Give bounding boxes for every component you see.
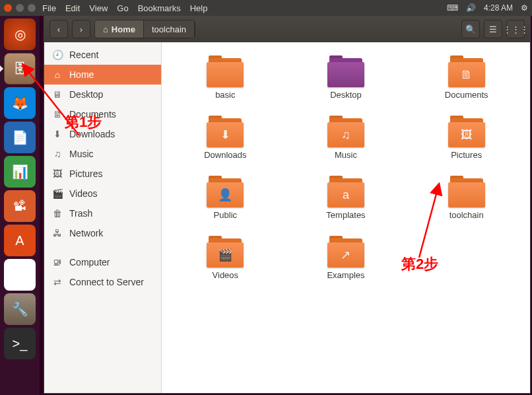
folder-templates[interactable]: aTemplates — [303, 176, 389, 223]
folder-icon: ⬇ — [207, 118, 244, 147]
menu-right: ⌨ 🔊 4:28 AM ⚙ — [447, 3, 528, 13]
keyboard-icon[interactable]: ⌨ — [447, 3, 458, 13]
launcher-software[interactable]: A — [4, 225, 36, 256]
sidebar-item-pictures[interactable]: 🖼Pictures — [44, 164, 161, 184]
folder-toolchain[interactable]: toolchain — [424, 176, 510, 223]
menu-items: FileEditViewGoBookmarksHelp — [42, 3, 207, 13]
close-button[interactable] — [4, 4, 12, 12]
menubar: FileEditViewGoBookmarksHelp ⌨ 🔊 4:28 AM … — [0, 0, 532, 16]
folder-label: Documents — [445, 90, 488, 100]
sidebar-item-label: Videos — [69, 188, 98, 199]
sidebar-item-recent[interactable]: 🕘Recent — [44, 45, 161, 65]
maximize-button[interactable] — [28, 4, 36, 12]
downloads-icon: ⬇ — [52, 129, 63, 139]
sidebar-item-documents[interactable]: 🗎Documents — [44, 104, 161, 124]
window-controls — [4, 4, 36, 12]
launcher-settings[interactable]: 🔧 — [4, 293, 36, 325]
launcher-terminal[interactable]: >_ — [4, 328, 36, 359]
launcher-dash[interactable]: ◎ — [4, 18, 36, 50]
folder-icon: 🖼 — [448, 118, 485, 147]
sidebar: 🕘Recent⌂Home🖥Desktop🗎Documents⬇Downloads… — [44, 42, 162, 393]
menu-edit[interactable]: Edit — [65, 3, 80, 13]
menu-file[interactable]: File — [42, 3, 56, 13]
sidebar-item-videos[interactable]: 🎬Videos — [44, 184, 161, 203]
content-pane[interactable]: basicDesktop🗎Documents⬇Downloads♫Music🖼P… — [162, 42, 530, 393]
folder-icon: 👤 — [207, 178, 244, 207]
path-label: Home — [112, 24, 135, 34]
software-icon: A — [15, 233, 24, 248]
sidebar-item-connect-server[interactable]: ⇄Connect to Server — [44, 272, 161, 292]
sidebar-item-label: Computer — [69, 257, 110, 268]
launcher-impress[interactable]: 📽 — [4, 190, 36, 222]
grid-view-button[interactable]: ⋮⋮⋮ — [506, 20, 525, 38]
sidebar-item-label: Home — [69, 69, 94, 80]
file-manager-body: 🕘Recent⌂Home🖥Desktop🗎Documents⬇Downloads… — [44, 42, 530, 393]
menu-view[interactable]: View — [89, 3, 108, 13]
sidebar-item-trash[interactable]: 🗑Trash — [44, 203, 161, 223]
minimize-button[interactable] — [16, 4, 24, 12]
launcher-firefox[interactable]: 🦊 — [4, 87, 36, 119]
folder-pictures[interactable]: 🖼Pictures — [424, 116, 510, 162]
recent-icon: 🕘 — [52, 50, 63, 60]
folder-label: Public — [214, 210, 237, 220]
sidebar-item-label: Downloads — [69, 129, 115, 139]
launcher-amazon[interactable]: a — [4, 259, 36, 291]
folder-downloads[interactable]: ⬇Downloads — [182, 116, 268, 162]
sidebar-item-music[interactable]: ♫Music — [44, 144, 161, 164]
folder-basic[interactable]: basic — [182, 55, 268, 102]
path-label: toolchain — [152, 24, 186, 34]
videos-icon: 🎬 — [52, 188, 63, 199]
menu-bookmarks[interactable]: Bookmarks — [138, 3, 181, 13]
sidebar-item-label: Connect to Server — [69, 277, 144, 287]
terminal-icon: >_ — [13, 336, 28, 351]
list-view-button[interactable]: ☰ — [484, 20, 502, 38]
forward-button[interactable]: › — [72, 20, 90, 38]
folder-examples[interactable]: ↗Examples — [303, 236, 389, 283]
folder-icon: 🗎 — [448, 58, 485, 87]
menu-help[interactable]: Help — [190, 3, 208, 13]
sidebar-item-downloads[interactable]: ⬇Downloads — [44, 124, 161, 144]
sidebar-item-label: Desktop — [69, 89, 103, 100]
clock[interactable]: 4:28 AM — [484, 3, 513, 13]
home-icon: ⌂ — [103, 24, 108, 34]
folder-icon — [207, 58, 244, 87]
folder-label: basic — [215, 90, 235, 100]
folder-videos[interactable]: 🎬Videos — [182, 236, 268, 283]
trash-icon: 🗑 — [52, 208, 63, 219]
menu-go[interactable]: Go — [117, 3, 128, 13]
back-button[interactable]: ‹ — [50, 20, 68, 38]
sidebar-item-label: Music — [69, 149, 94, 159]
music-icon: ♫ — [52, 149, 63, 159]
folder-label: Templates — [326, 210, 365, 220]
sidebar-item-computer[interactable]: 🖳Computer — [44, 252, 161, 272]
sidebar-item-desktop[interactable]: 🖥Desktop — [44, 85, 161, 104]
network-icon: 🖧 — [52, 228, 63, 238]
launcher-files[interactable]: 🗄 — [4, 53, 36, 85]
folder-public[interactable]: 👤Public — [182, 176, 268, 223]
impress-icon: 📽 — [13, 199, 26, 214]
path-home[interactable]: ⌂Home — [95, 20, 144, 38]
folder-icon: 🎬 — [207, 238, 244, 268]
dash-icon: ◎ — [15, 26, 26, 42]
toolbar: ‹ › ⌂Hometoolchain 🔍 ☰ ⋮⋮⋮ — [44, 16, 530, 42]
sidebar-item-label: Documents — [69, 109, 116, 120]
connect-server-icon: ⇄ — [52, 277, 63, 287]
gear-icon[interactable]: ⚙ — [521, 3, 528, 13]
volume-icon[interactable]: 🔊 — [466, 3, 476, 13]
folder-label: Videos — [213, 270, 239, 280]
search-button[interactable]: 🔍 — [461, 20, 480, 38]
folder-label: Downloads — [204, 150, 246, 160]
path-toolchain[interactable]: toolchain — [144, 20, 195, 38]
firefox-icon: 🦊 — [12, 95, 28, 111]
launcher-calc[interactable]: 📊 — [4, 156, 36, 188]
amazon-icon: a — [16, 268, 23, 283]
home-icon: ⌂ — [52, 69, 63, 80]
launcher-writer[interactable]: 📄 — [4, 122, 36, 153]
folder-documents[interactable]: 🗎Documents — [424, 55, 510, 102]
sidebar-item-home[interactable]: ⌂Home — [44, 65, 161, 85]
folder-music[interactable]: ♫Music — [303, 116, 389, 162]
folder-icon: ↗ — [327, 238, 364, 268]
sidebar-item-network[interactable]: 🖧Network — [44, 223, 161, 243]
folder-label: toolchain — [449, 210, 484, 220]
folder-desktop[interactable]: Desktop — [303, 55, 389, 102]
